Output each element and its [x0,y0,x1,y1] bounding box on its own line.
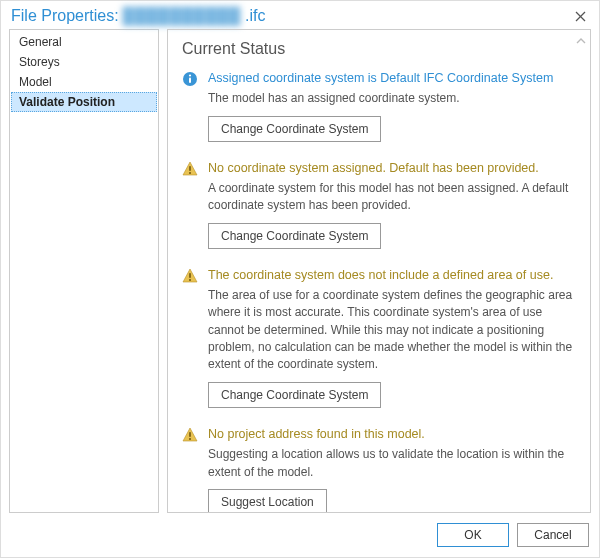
status-body: The coordinate system does not include a… [208,267,576,408]
status-body: Assigned coordinate system is Default IF… [208,70,576,142]
warning-icon [182,161,200,177]
status-desc: The model has an assigned coordinate sys… [208,90,576,107]
title-prefix: File Properties: [11,7,119,25]
window-title: File Properties: ██████████.ifc [11,7,265,25]
svg-point-10 [189,438,191,440]
warning-icon [182,268,200,284]
svg-point-8 [189,279,191,281]
content-panel: Current Status Assigned coordinate syste… [167,29,591,513]
cancel-button[interactable]: Cancel [517,523,589,547]
status-item-no-address: No project address found in this model. … [182,426,576,513]
status-title: Assigned coordinate system is Default IF… [208,70,576,86]
sidebar-item-label: Storeys [19,55,60,69]
info-icon [182,71,200,87]
svg-point-6 [189,172,191,174]
sidebar-item-validate-position[interactable]: Validate Position [11,92,157,112]
status-desc: Suggesting a location allows us to valid… [208,446,576,481]
sidebar: General Storeys Model Validate Position [9,29,159,513]
warning-icon [182,427,200,443]
status-item-no-area: The coordinate system does not include a… [182,267,576,408]
status-item-assigned-cs: Assigned coordinate system is Default IF… [182,70,576,142]
svg-rect-4 [189,78,191,84]
status-title: No project address found in this model. [208,426,576,442]
change-cs-button[interactable]: Change Coordinate System [208,223,381,249]
status-desc: A coordinate system for this model has n… [208,180,576,215]
close-icon [575,11,586,22]
svg-rect-7 [189,273,191,278]
content-heading: Current Status [182,40,576,58]
scroll-up-chevron-icon[interactable] [576,36,586,47]
properties-dialog: File Properties: ██████████.ifc General … [0,0,600,558]
svg-point-3 [189,74,191,76]
change-cs-button[interactable]: Change Coordinate System [208,116,381,142]
status-body: No coordinate system assigned. Default h… [208,160,576,249]
dialog-footer: OK Cancel [1,513,599,557]
status-title: No coordinate system assigned. Default h… [208,160,576,176]
close-button[interactable] [571,7,589,25]
suggest-location-button[interactable]: Suggest Location [208,489,327,513]
status-desc: The area of use for a coordinate system … [208,287,576,374]
title-extension: .ifc [245,7,265,25]
status-body: No project address found in this model. … [208,426,576,513]
sidebar-item-general[interactable]: General [11,32,157,52]
sidebar-item-label: Model [19,75,52,89]
dialog-body: General Storeys Model Validate Position … [1,29,599,513]
sidebar-item-storeys[interactable]: Storeys [11,52,157,72]
status-item-no-cs: No coordinate system assigned. Default h… [182,160,576,249]
svg-rect-9 [189,432,191,437]
change-cs-button[interactable]: Change Coordinate System [208,382,381,408]
svg-rect-5 [189,166,191,171]
ok-button[interactable]: OK [437,523,509,547]
titlebar: File Properties: ██████████.ifc [1,1,599,29]
status-title: The coordinate system does not include a… [208,267,576,283]
sidebar-item-label: General [19,35,62,49]
sidebar-item-model[interactable]: Model [11,72,157,92]
title-filename: ██████████ [123,7,241,25]
sidebar-item-label: Validate Position [19,95,115,109]
